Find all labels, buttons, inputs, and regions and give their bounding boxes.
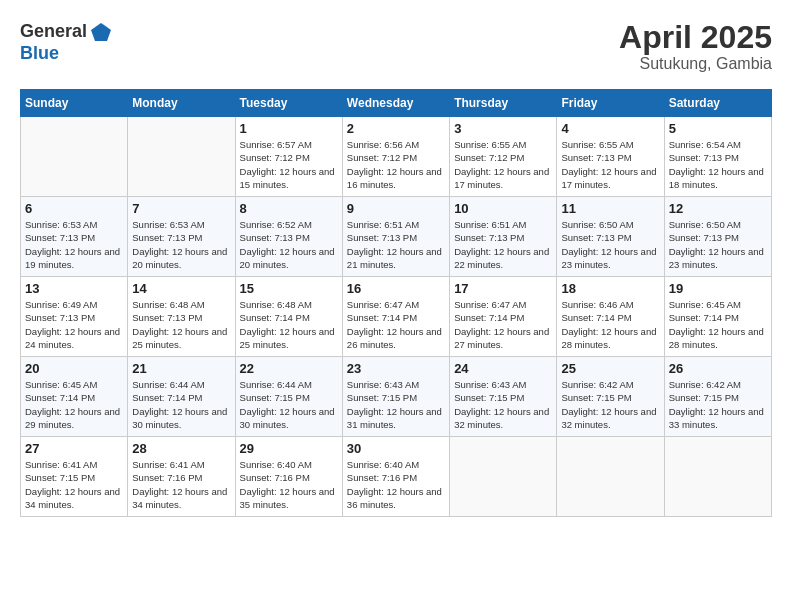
day-info: Sunrise: 6:42 AM Sunset: 7:15 PM Dayligh… — [561, 378, 659, 431]
day-cell: 15Sunrise: 6:48 AM Sunset: 7:14 PM Dayli… — [235, 277, 342, 357]
day-info: Sunrise: 6:54 AM Sunset: 7:13 PM Dayligh… — [669, 138, 767, 191]
week-row-4: 20Sunrise: 6:45 AM Sunset: 7:14 PM Dayli… — [21, 357, 772, 437]
day-info: Sunrise: 6:53 AM Sunset: 7:13 PM Dayligh… — [25, 218, 123, 271]
day-cell: 3Sunrise: 6:55 AM Sunset: 7:12 PM Daylig… — [450, 117, 557, 197]
day-cell: 17Sunrise: 6:47 AM Sunset: 7:14 PM Dayli… — [450, 277, 557, 357]
day-cell: 20Sunrise: 6:45 AM Sunset: 7:14 PM Dayli… — [21, 357, 128, 437]
day-info: Sunrise: 6:53 AM Sunset: 7:13 PM Dayligh… — [132, 218, 230, 271]
day-number: 12 — [669, 201, 767, 216]
day-number: 27 — [25, 441, 123, 456]
day-cell: 13Sunrise: 6:49 AM Sunset: 7:13 PM Dayli… — [21, 277, 128, 357]
day-number: 29 — [240, 441, 338, 456]
day-info: Sunrise: 6:42 AM Sunset: 7:15 PM Dayligh… — [669, 378, 767, 431]
day-cell — [450, 437, 557, 517]
header-cell-wednesday: Wednesday — [342, 90, 449, 117]
day-cell: 12Sunrise: 6:50 AM Sunset: 7:13 PM Dayli… — [664, 197, 771, 277]
header-row: SundayMondayTuesdayWednesdayThursdayFrid… — [21, 90, 772, 117]
day-cell: 9Sunrise: 6:51 AM Sunset: 7:13 PM Daylig… — [342, 197, 449, 277]
day-number: 23 — [347, 361, 445, 376]
day-cell: 30Sunrise: 6:40 AM Sunset: 7:16 PM Dayli… — [342, 437, 449, 517]
day-info: Sunrise: 6:57 AM Sunset: 7:12 PM Dayligh… — [240, 138, 338, 191]
day-number: 8 — [240, 201, 338, 216]
day-number: 20 — [25, 361, 123, 376]
location-title: Sutukung, Gambia — [619, 55, 772, 73]
title-area: April 2025 Sutukung, Gambia — [619, 20, 772, 73]
day-number: 9 — [347, 201, 445, 216]
day-cell — [557, 437, 664, 517]
day-info: Sunrise: 6:40 AM Sunset: 7:16 PM Dayligh… — [347, 458, 445, 511]
day-info: Sunrise: 6:48 AM Sunset: 7:14 PM Dayligh… — [240, 298, 338, 351]
day-info: Sunrise: 6:44 AM Sunset: 7:15 PM Dayligh… — [240, 378, 338, 431]
day-cell: 23Sunrise: 6:43 AM Sunset: 7:15 PM Dayli… — [342, 357, 449, 437]
day-number: 19 — [669, 281, 767, 296]
day-number: 7 — [132, 201, 230, 216]
day-info: Sunrise: 6:43 AM Sunset: 7:15 PM Dayligh… — [347, 378, 445, 431]
day-info: Sunrise: 6:52 AM Sunset: 7:13 PM Dayligh… — [240, 218, 338, 271]
day-number: 14 — [132, 281, 230, 296]
day-number: 16 — [347, 281, 445, 296]
day-cell: 4Sunrise: 6:55 AM Sunset: 7:13 PM Daylig… — [557, 117, 664, 197]
day-cell: 25Sunrise: 6:42 AM Sunset: 7:15 PM Dayli… — [557, 357, 664, 437]
day-cell: 7Sunrise: 6:53 AM Sunset: 7:13 PM Daylig… — [128, 197, 235, 277]
day-number: 26 — [669, 361, 767, 376]
day-cell: 24Sunrise: 6:43 AM Sunset: 7:15 PM Dayli… — [450, 357, 557, 437]
day-info: Sunrise: 6:46 AM Sunset: 7:14 PM Dayligh… — [561, 298, 659, 351]
day-cell: 2Sunrise: 6:56 AM Sunset: 7:12 PM Daylig… — [342, 117, 449, 197]
day-info: Sunrise: 6:50 AM Sunset: 7:13 PM Dayligh… — [561, 218, 659, 271]
logo: General Blue — [20, 20, 113, 64]
day-info: Sunrise: 6:44 AM Sunset: 7:14 PM Dayligh… — [132, 378, 230, 431]
day-number: 2 — [347, 121, 445, 136]
day-cell: 26Sunrise: 6:42 AM Sunset: 7:15 PM Dayli… — [664, 357, 771, 437]
day-cell: 21Sunrise: 6:44 AM Sunset: 7:14 PM Dayli… — [128, 357, 235, 437]
day-cell: 10Sunrise: 6:51 AM Sunset: 7:13 PM Dayli… — [450, 197, 557, 277]
day-number: 1 — [240, 121, 338, 136]
header-cell-saturday: Saturday — [664, 90, 771, 117]
day-cell: 19Sunrise: 6:45 AM Sunset: 7:14 PM Dayli… — [664, 277, 771, 357]
day-info: Sunrise: 6:41 AM Sunset: 7:15 PM Dayligh… — [25, 458, 123, 511]
day-number: 15 — [240, 281, 338, 296]
day-number: 17 — [454, 281, 552, 296]
day-cell: 5Sunrise: 6:54 AM Sunset: 7:13 PM Daylig… — [664, 117, 771, 197]
logo-icon — [89, 20, 113, 44]
calendar-table: SundayMondayTuesdayWednesdayThursdayFrid… — [20, 89, 772, 517]
day-info: Sunrise: 6:43 AM Sunset: 7:15 PM Dayligh… — [454, 378, 552, 431]
day-info: Sunrise: 6:55 AM Sunset: 7:13 PM Dayligh… — [561, 138, 659, 191]
day-cell: 6Sunrise: 6:53 AM Sunset: 7:13 PM Daylig… — [21, 197, 128, 277]
day-info: Sunrise: 6:48 AM Sunset: 7:13 PM Dayligh… — [132, 298, 230, 351]
week-row-5: 27Sunrise: 6:41 AM Sunset: 7:15 PM Dayli… — [21, 437, 772, 517]
day-number: 24 — [454, 361, 552, 376]
day-cell: 11Sunrise: 6:50 AM Sunset: 7:13 PM Dayli… — [557, 197, 664, 277]
day-cell: 1Sunrise: 6:57 AM Sunset: 7:12 PM Daylig… — [235, 117, 342, 197]
day-number: 11 — [561, 201, 659, 216]
svg-marker-0 — [91, 23, 111, 41]
day-cell: 29Sunrise: 6:40 AM Sunset: 7:16 PM Dayli… — [235, 437, 342, 517]
day-info: Sunrise: 6:45 AM Sunset: 7:14 PM Dayligh… — [669, 298, 767, 351]
day-cell: 8Sunrise: 6:52 AM Sunset: 7:13 PM Daylig… — [235, 197, 342, 277]
day-number: 25 — [561, 361, 659, 376]
day-info: Sunrise: 6:45 AM Sunset: 7:14 PM Dayligh… — [25, 378, 123, 431]
day-info: Sunrise: 6:51 AM Sunset: 7:13 PM Dayligh… — [454, 218, 552, 271]
day-cell: 27Sunrise: 6:41 AM Sunset: 7:15 PM Dayli… — [21, 437, 128, 517]
day-info: Sunrise: 6:50 AM Sunset: 7:13 PM Dayligh… — [669, 218, 767, 271]
header-cell-thursday: Thursday — [450, 90, 557, 117]
day-number: 21 — [132, 361, 230, 376]
month-title: April 2025 — [619, 20, 772, 55]
day-number: 5 — [669, 121, 767, 136]
day-cell: 22Sunrise: 6:44 AM Sunset: 7:15 PM Dayli… — [235, 357, 342, 437]
week-row-2: 6Sunrise: 6:53 AM Sunset: 7:13 PM Daylig… — [21, 197, 772, 277]
day-cell — [21, 117, 128, 197]
day-cell — [664, 437, 771, 517]
header-cell-tuesday: Tuesday — [235, 90, 342, 117]
header-cell-monday: Monday — [128, 90, 235, 117]
day-number: 22 — [240, 361, 338, 376]
day-info: Sunrise: 6:40 AM Sunset: 7:16 PM Dayligh… — [240, 458, 338, 511]
day-number: 28 — [132, 441, 230, 456]
day-cell: 14Sunrise: 6:48 AM Sunset: 7:13 PM Dayli… — [128, 277, 235, 357]
day-number: 13 — [25, 281, 123, 296]
day-number: 18 — [561, 281, 659, 296]
day-number: 10 — [454, 201, 552, 216]
day-cell: 18Sunrise: 6:46 AM Sunset: 7:14 PM Dayli… — [557, 277, 664, 357]
day-number: 4 — [561, 121, 659, 136]
week-row-3: 13Sunrise: 6:49 AM Sunset: 7:13 PM Dayli… — [21, 277, 772, 357]
page-header: General Blue April 2025 Sutukung, Gambia — [20, 20, 772, 73]
